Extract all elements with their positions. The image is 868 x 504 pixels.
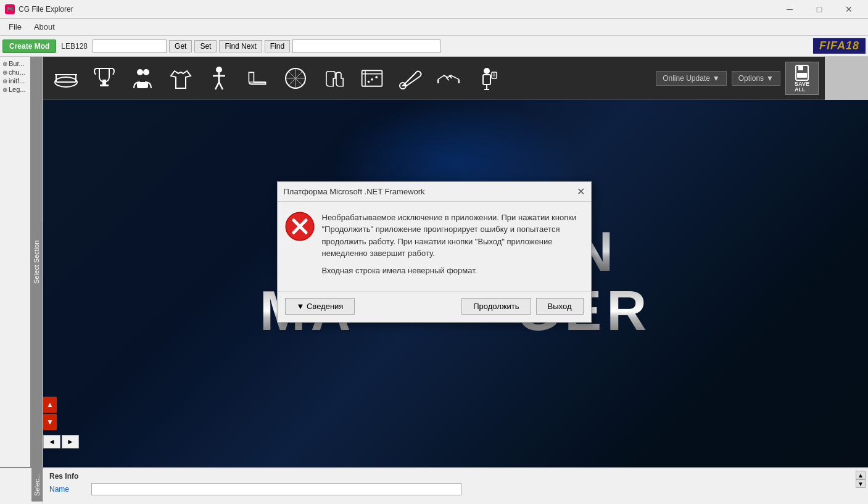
- details-button[interactable]: ▼ Сведения: [285, 298, 355, 315]
- dialog-message-line2: Входная строка имела неверный формат.: [322, 265, 584, 277]
- dialog-message-line1: Необрабатываемое исключение в приложении…: [322, 212, 584, 260]
- dialog-text: Необрабатываемое исключение в приложении…: [322, 212, 584, 282]
- dialog-buttons: ▼ Сведения Продолжить Выход: [278, 291, 591, 322]
- dialog-overlay: Платформа Microsoft .NET Framework ✕ Нео…: [0, 0, 868, 504]
- error-icon: [285, 212, 315, 241]
- dialog-titlebar: Платформа Microsoft .NET Framework ✕: [278, 182, 591, 202]
- dialog-body: Необрабатываемое исключение в приложении…: [278, 202, 591, 292]
- dialog-title: Платформа Microsoft .NET Framework: [284, 187, 425, 196]
- error-dialog: Платформа Microsoft .NET Framework ✕ Нео…: [277, 181, 592, 323]
- exit-button[interactable]: Выход: [536, 298, 584, 315]
- continue-button[interactable]: Продолжить: [461, 298, 531, 315]
- dialog-close-button[interactable]: ✕: [577, 186, 585, 197]
